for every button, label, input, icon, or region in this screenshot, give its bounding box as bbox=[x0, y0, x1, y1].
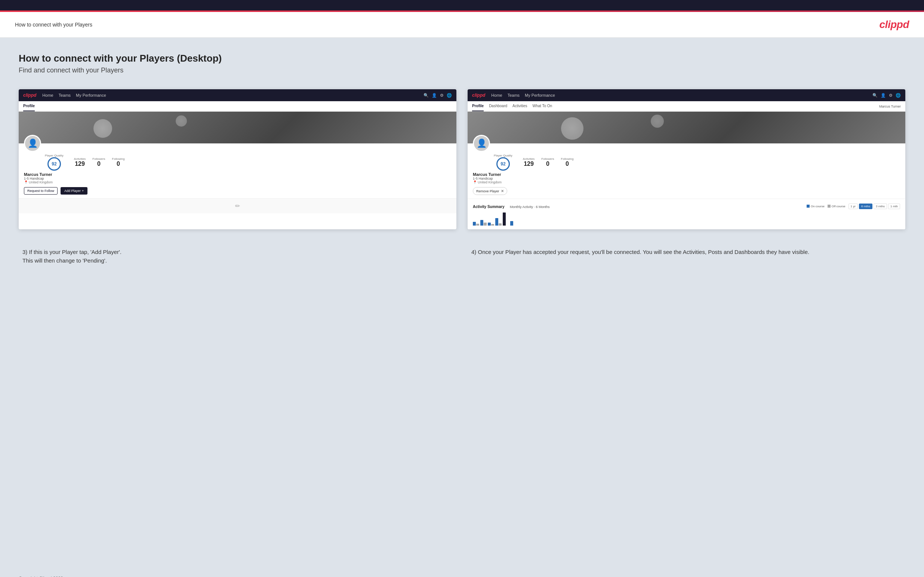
tab-whattoon-2[interactable]: What To On bbox=[533, 101, 552, 111]
settings-icon-2[interactable]: ⚙ bbox=[889, 93, 893, 98]
activities-label-2: Activities bbox=[523, 157, 535, 161]
user-icon-2[interactable]: 👤 bbox=[880, 93, 886, 98]
bar-group-4 bbox=[495, 218, 502, 226]
tab-profile-1[interactable]: Profile bbox=[23, 101, 35, 111]
nav-home-1[interactable]: Home bbox=[42, 93, 53, 97]
add-player-label-1: Add Player bbox=[64, 189, 81, 193]
nav-myperformance-2[interactable]: My Performance bbox=[525, 93, 555, 97]
bar-group-1 bbox=[473, 222, 479, 226]
bar-group-6 bbox=[510, 221, 517, 226]
banner-decoration-1 bbox=[94, 119, 112, 138]
followers-value-2: 0 bbox=[546, 161, 549, 167]
request-follow-button-1[interactable]: Request to Follow bbox=[24, 187, 58, 195]
nav-teams-1[interactable]: Teams bbox=[59, 93, 71, 97]
player-quality-stat-1: Player Quality 92 bbox=[45, 154, 63, 171]
profile-stats-2: Player Quality 92 Activities 129 Followe… bbox=[473, 153, 900, 171]
search-icon-2[interactable]: 🔍 bbox=[872, 93, 878, 98]
time-btn-1mth[interactable]: 1 mth bbox=[888, 203, 900, 209]
pq-circle-1: 92 bbox=[47, 157, 61, 171]
on-course-label: On course bbox=[811, 205, 825, 208]
location-1: 📍 United Kingdom bbox=[24, 181, 451, 184]
banner-decoration-4 bbox=[651, 114, 664, 128]
caption-4-text: 4) Once your Player has accepted your re… bbox=[471, 248, 901, 256]
profile-buttons-1: Request to Follow Add Player + bbox=[24, 187, 451, 195]
bar-on-3 bbox=[488, 222, 491, 226]
nav-teams-2[interactable]: Teams bbox=[507, 93, 520, 97]
page-title: How to connect with your Players (Deskto… bbox=[19, 53, 905, 64]
following-value-2: 0 bbox=[565, 161, 569, 167]
followers-stat-2: Followers 0 bbox=[541, 157, 554, 167]
pencil-icon-1: ✏ bbox=[235, 202, 240, 210]
time-btn-6mths[interactable]: 6 mths bbox=[859, 203, 872, 209]
time-btn-1yr[interactable]: 1 yr bbox=[848, 203, 858, 209]
off-course-label: Off course bbox=[832, 205, 845, 208]
activity-header: Activity Summary Monthly Activity · 6 Mo… bbox=[473, 203, 900, 210]
tab-profile-2[interactable]: Profile bbox=[472, 101, 484, 111]
nav-items-2: Home Teams My Performance bbox=[491, 93, 872, 97]
add-player-button-1[interactable]: Add Player + bbox=[61, 187, 87, 195]
settings-icon-1[interactable]: ⚙ bbox=[440, 93, 444, 98]
globe-icon-1[interactable]: 🌐 bbox=[447, 93, 452, 98]
user-icon-1[interactable]: 👤 bbox=[432, 93, 437, 98]
nav-home-2[interactable]: Home bbox=[491, 93, 502, 97]
pq-circle-2: 92 bbox=[496, 157, 510, 171]
tab-bar-2: Profile Dashboard Activities What To On … bbox=[468, 101, 905, 112]
avatar-2: 👤 bbox=[473, 135, 490, 152]
tab-dashboard-2[interactable]: Dashboard bbox=[489, 101, 507, 111]
following-label-1: Following bbox=[112, 157, 125, 161]
player-dropdown-2[interactable]: Marcus Turner bbox=[879, 102, 901, 111]
bar-off-4 bbox=[499, 223, 502, 226]
app-logo-1: clippd bbox=[23, 93, 36, 98]
activities-value-1: 129 bbox=[75, 161, 85, 167]
followers-stat-1: Followers 0 bbox=[92, 157, 105, 167]
tab-activities-2[interactable]: Activities bbox=[512, 101, 527, 111]
bar-on-5 bbox=[503, 213, 506, 226]
location-text-1: United Kingdom bbox=[29, 181, 53, 184]
app-navbar-1: clippd Home Teams My Performance 🔍 👤 ⚙ 🌐 bbox=[19, 89, 456, 101]
banner-decoration-2 bbox=[176, 115, 187, 127]
followers-label-1: Followers bbox=[92, 157, 105, 161]
profile-info-1: 👤 Player Quality 92 Activities 129 Fol bbox=[19, 143, 456, 198]
screenshot-1: clippd Home Teams My Performance 🔍 👤 ⚙ 🌐… bbox=[19, 89, 456, 229]
breadcrumb: How to connect with your Players bbox=[15, 22, 92, 27]
activity-title: Activity Summary bbox=[473, 205, 504, 209]
bar-on-1 bbox=[473, 222, 476, 226]
search-icon-1[interactable]: 🔍 bbox=[423, 93, 429, 98]
edit-area-1: ✏ bbox=[19, 198, 456, 213]
nav-icons-1: 🔍 👤 ⚙ 🌐 bbox=[423, 93, 452, 98]
following-value-1: 0 bbox=[116, 161, 120, 167]
location-2: 📍 United Kingdom bbox=[473, 181, 900, 184]
activities-stat-2: Activities 129 bbox=[523, 157, 535, 167]
player-quality-stat-2: Player Quality 92 bbox=[494, 154, 512, 171]
caption-4-block: 4) Once your Player has accepted your re… bbox=[468, 240, 905, 269]
remove-player-button[interactable]: Remove Player ✕ bbox=[473, 187, 507, 195]
location-pin-icon-2: 📍 bbox=[473, 181, 477, 184]
followers-label-2: Followers bbox=[541, 157, 554, 161]
nav-myperformance-1[interactable]: My Performance bbox=[76, 93, 106, 97]
time-btn-3mths[interactable]: 3 mths bbox=[874, 203, 887, 209]
screenshots-row: clippd Home Teams My Performance 🔍 👤 ⚙ 🌐… bbox=[19, 89, 905, 229]
pq-value-1: 92 bbox=[52, 161, 57, 166]
globe-icon-2[interactable]: 🌐 bbox=[896, 93, 901, 98]
caption-3-block: 3) If this is your Player tap, 'Add Play… bbox=[19, 240, 456, 269]
remove-player-label: Remove Player bbox=[476, 189, 499, 193]
bar-on-2 bbox=[480, 220, 483, 226]
profile-banner-1 bbox=[19, 112, 456, 143]
bar-on-6 bbox=[510, 221, 513, 226]
activity-chart bbox=[473, 213, 900, 226]
on-course-color bbox=[807, 205, 809, 208]
player-name-2: Marcus Turner bbox=[473, 172, 900, 177]
bar-off-3 bbox=[491, 224, 494, 226]
avatar-icon-2: 👤 bbox=[477, 139, 487, 148]
pq-label-1: Player Quality bbox=[45, 154, 63, 157]
activity-controls: On course Off course 1 yr 6 mths 3 mths bbox=[807, 203, 900, 209]
nav-icons-2: 🔍 👤 ⚙ 🌐 bbox=[872, 93, 901, 98]
clippd-logo: clippd bbox=[880, 19, 909, 31]
remove-x-icon: ✕ bbox=[501, 189, 504, 193]
banner-decoration-3 bbox=[561, 117, 583, 140]
bar-group-2 bbox=[480, 220, 487, 226]
bar-off-1 bbox=[476, 224, 479, 226]
app-logo-2: clippd bbox=[472, 93, 485, 98]
add-player-plus-icon-1: + bbox=[82, 189, 84, 193]
handicap-1: 1-5 Handicap bbox=[24, 177, 451, 181]
